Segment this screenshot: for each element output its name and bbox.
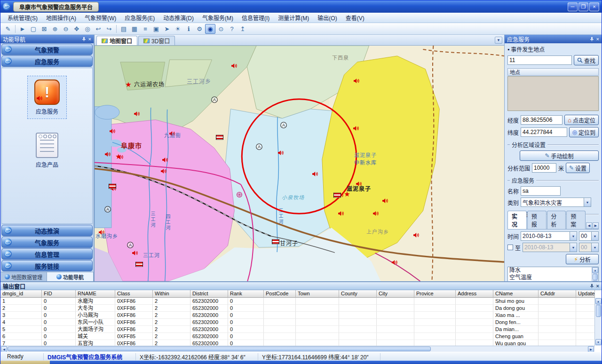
analyze-button[interactable]: ⚡ 分析 [566,254,599,264]
column-header-Town[interactable]: Town [296,290,339,298]
select-rect-icon[interactable]: ▢ [28,24,39,34]
menu-item-8[interactable]: 输出(O) [313,13,341,23]
chevron-down-icon[interactable]: ▼ [584,198,591,206]
end-date-select[interactable]: 2010-08-13 ▼ [523,243,577,252]
list-scrollbar[interactable]: ▲ ▼ [592,267,598,281]
menu-item-7[interactable]: 测量计算(M) [274,13,313,23]
chevron-down-icon[interactable]: ▼ [570,232,577,240]
analysis-tab-0[interactable]: 实况 [507,211,527,229]
goto-location-button[interactable]: ◎ 定位到 [569,127,599,137]
station-marker-icon[interactable]: A [127,242,134,249]
column-header-FID[interactable]: FID [42,290,76,298]
window-list-dropdown-icon[interactable]: ▼ [495,37,502,44]
menu-item-3[interactable]: 应急服务(E) [120,13,159,23]
close-icon[interactable]: × [596,37,599,42]
column-header-CName[interactable]: CName [493,290,539,298]
maximize-button[interactable]: ❐ [578,2,588,11]
column-header-PostCode[interactable]: PostCode [264,290,296,298]
nav-group-bottom-0[interactable]: 动态推演 [1,225,93,236]
pin-icon[interactable] [590,284,594,288]
speaker-marker-icon[interactable] [160,168,167,174]
speaker-marker-icon[interactable] [132,250,138,256]
analysis-tab-1[interactable]: 预报 [527,211,547,229]
speaker-marker-icon[interactable] [382,198,388,204]
set-range-button[interactable]: ✎ 设置 [566,163,590,173]
print-icon[interactable]: ▣ [151,24,161,34]
latitude-input[interactable] [521,127,567,137]
column-header-Rank[interactable]: Rank [228,290,264,298]
flag-marker-icon[interactable] [333,193,341,198]
service-name-input[interactable] [521,186,561,196]
chevron-down-icon[interactable]: ▼ [591,232,598,240]
station-marker-icon[interactable]: A [211,96,218,103]
speaker-marker-icon[interactable] [134,111,140,117]
map-tab-0[interactable]: 地图窗口 [96,36,137,45]
column-header-Update[interactable]: Update [576,290,595,298]
select-cursor-icon[interactable]: ► [17,24,28,34]
table-row[interactable]: 50大面场子沟0XFF8626523020000Da mian... [0,326,602,333]
menu-item-5[interactable]: 气象服务(M) [198,13,238,23]
star-marker-icon[interactable]: ★ [115,153,121,160]
speaker-marker-icon[interactable] [391,260,398,265]
scroll-down-icon[interactable]: ▼ [595,339,602,345]
menu-item-2[interactable]: 气象预警(W) [80,13,120,23]
pointer-icon[interactable]: ➤ [162,24,172,34]
column-header-Class[interactable]: Class [115,290,153,298]
minimize-button[interactable]: ─ [568,2,578,11]
export-map-icon[interactable]: ▤ [119,24,129,34]
table-row[interactable]: 30小马厩沟0XFF8626523020000Xiao ma ... [0,312,602,319]
start-hour-select[interactable]: 00 ▼ [579,231,599,241]
insert-image-icon[interactable]: ▦ [129,24,140,34]
column-header-RNAME[interactable]: RNAME [76,290,115,298]
tab-scroll-left-icon[interactable]: ◀ [586,222,592,229]
speaker-marker-icon[interactable] [104,151,111,157]
chevron-down-icon[interactable]: ▼ [570,243,577,252]
zoom-previous-icon[interactable]: ↩ [93,24,103,34]
column-header-City[interactable]: City [377,290,414,298]
nav-group-top-0[interactable]: 气象预警 [1,44,93,55]
zoom-next-icon[interactable]: ↪ [104,24,114,34]
speaker-marker-icon[interactable] [162,157,168,163]
table-horizontal-scrollbar[interactable]: ◀ ▶ [0,346,594,352]
visibility-eye-icon[interactable]: ⊙ [216,24,226,34]
layers-icon[interactable]: ≡ [140,24,150,34]
close-icon[interactable]: × [88,37,91,42]
station-marker-icon[interactable]: A [280,122,287,129]
service-type-select[interactable]: 气象和洪水灾害 ▼ [521,198,591,207]
flag-marker-icon[interactable] [109,184,116,189]
column-header-Address[interactable]: Address [456,290,493,298]
wheel-marker-icon[interactable] [236,191,243,198]
column-header-District[interactable]: District [190,290,228,298]
table-row[interactable]: 60城关0XFF8526523020000Cheng guan [0,333,602,340]
left-tab-1[interactable]: 功能导航 [47,272,94,281]
close-button[interactable]: × [589,2,599,11]
zoom-out-icon[interactable]: ⊖ [61,24,71,34]
speaker-marker-icon[interactable] [312,171,318,177]
end-time-checkbox[interactable] [507,245,513,250]
flag-marker-icon[interactable] [272,239,279,245]
pin-icon[interactable] [82,37,86,41]
column-header-Within[interactable]: Within [153,290,190,298]
column-header-dmgis_id[interactable]: dmgis_id [0,290,42,298]
pin-icon[interactable] [590,37,594,41]
speaker-marker-icon[interactable] [353,126,359,131]
speaker-marker-icon[interactable] [338,211,344,216]
scroll-thumb[interactable] [8,347,431,351]
map-canvas[interactable]: AAAAA★★★六运湖农场三工河乡下西泉阜康市九运街滋泥泉子中新水库滋泥泉子小泉… [95,46,504,281]
station-marker-icon[interactable]: A [256,143,263,150]
edit-pencil-icon[interactable]: ✎ [3,24,13,34]
speaker-marker-icon[interactable] [277,150,284,156]
scroll-thumb[interactable] [593,274,598,280]
list-item-0[interactable]: 降水 [508,267,592,274]
full-extent-icon[interactable]: ◎ [82,24,93,34]
longitude-input[interactable] [521,115,562,125]
manual-draw-button[interactable]: ✎ 手动绘制 [520,150,599,161]
table-row[interactable]: 20大冬沟0XFF8626523020000Da dong gou [0,305,602,312]
flag-marker-icon[interactable] [135,262,143,267]
clear-selection-icon[interactable]: ⊠ [39,24,49,34]
speaker-marker-icon[interactable] [372,211,379,216]
scroll-thumb[interactable] [596,305,601,317]
nav-group-bottom-3[interactable]: 服务链接 [1,260,93,271]
analysis-tab-3[interactable]: 预案 [566,211,586,229]
menu-item-4[interactable]: 动态推演(D) [159,13,198,23]
